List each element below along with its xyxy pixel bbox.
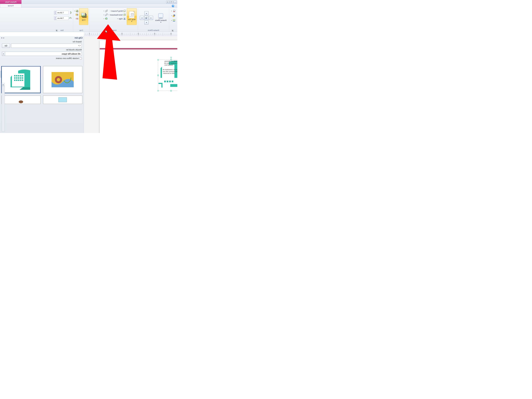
svg-point-23 <box>105 12 106 12</box>
group-size: ▴▾ ▴▾ Size <box>47 8 73 32</box>
svg-rect-61 <box>18 80 19 81</box>
shadow-toggle-icon <box>145 17 148 19</box>
size-dialog-launcher[interactable] <box>56 30 58 31</box>
rotate-button[interactable]: ▾ <box>104 17 108 20</box>
clipart-result-building[interactable] <box>1 66 41 93</box>
pencil-line-icon <box>173 10 175 12</box>
height-spin-down[interactable]: ▾ <box>54 13 56 14</box>
ribbon: ▾ ▾ ▾ Shadow Effects▾ ▴ ◂ ▸ ▾ Shadow Eff… <box>0 8 177 32</box>
crop-button[interactable]: Crop <box>79 8 88 25</box>
svg-rect-16 <box>124 14 125 16</box>
crop-aspect-button[interactable] <box>74 13 78 17</box>
svg-rect-18 <box>124 18 125 19</box>
picture-border-button[interactable]: ▾ <box>170 9 175 13</box>
results-should-be-label: Results should be: <box>2 49 82 51</box>
shadow-effects-button[interactable]: Shadow Effects▾ <box>154 12 168 24</box>
thumb3-icon <box>54 96 71 103</box>
horizontal-ruler[interactable]: 6810121416 <box>84 32 177 36</box>
combo-dropdown-icon[interactable]: ▾ <box>2 52 5 56</box>
pane-menu-icon[interactable]: ▾ <box>3 37 4 39</box>
close-button[interactable]: ✕ <box>166 1 170 3</box>
svg-point-28 <box>105 16 106 16</box>
crop-label: Crop <box>82 19 85 21</box>
height-input[interactable]: ▴▾ <box>54 11 69 14</box>
document-area[interactable]: List briefly, but effectively, products … <box>84 36 177 133</box>
restore-button[interactable]: ❐ <box>170 1 173 3</box>
svg-rect-57 <box>16 77 18 79</box>
crop-shape-button[interactable]: ▾ <box>74 9 78 13</box>
shapes-icon <box>173 14 175 17</box>
clipart-results <box>0 66 84 124</box>
minimize-button[interactable]: ― <box>173 1 177 3</box>
crop-fit-button[interactable] <box>74 17 78 20</box>
svg-rect-5 <box>158 13 163 18</box>
bring-forward-label: Bring Forward <box>111 10 123 12</box>
group-label-shadow: Shadow Effects <box>139 29 168 32</box>
send-backward-button[interactable]: Send Backward▾ <box>109 13 126 17</box>
clipart-result-stethoscope[interactable] <box>43 66 82 93</box>
svg-rect-14 <box>124 10 126 12</box>
shadow-nudge-left[interactable]: ◂ <box>149 16 153 20</box>
clipart-result-3[interactable] <box>43 95 82 104</box>
include-office-row[interactable]: Include Office.com content <box>2 57 82 59</box>
media-type-combo[interactable]: All media file types ▾ <box>2 52 82 56</box>
resize-handle-s[interactable] <box>171 90 172 91</box>
shadow-nudge-right[interactable]: ▸ <box>140 16 144 20</box>
page-accent-bar <box>100 48 177 50</box>
ungroup-button[interactable]: ▾ <box>104 13 108 17</box>
ribbon-collapse-icon[interactable]: ︿ <box>175 5 177 7</box>
svg-rect-41 <box>169 81 171 82</box>
svg-rect-52 <box>16 75 18 76</box>
group-label-crop: Crop <box>74 29 88 32</box>
width-value[interactable] <box>57 17 69 19</box>
tab-format[interactable]: Format <box>0 4 21 8</box>
svg-rect-35 <box>76 18 78 19</box>
search-input[interactable] <box>11 44 82 48</box>
width-spin-up[interactable]: ▴ <box>54 17 56 18</box>
svg-point-46 <box>57 78 60 81</box>
picture-effects-button[interactable]: ▾ <box>170 14 175 18</box>
shadow-nudge-down[interactable]: ▾ <box>144 20 149 25</box>
svg-rect-54 <box>22 77 23 79</box>
scroll-up-button[interactable]: ▴ <box>2 83 5 86</box>
width-spin-down[interactable]: ▾ <box>54 18 56 20</box>
svg-point-31 <box>84 13 85 15</box>
media-type-value: All media file types <box>5 53 82 55</box>
picture-caption-button[interactable]: ▾ <box>170 19 175 22</box>
height-value[interactable] <box>57 12 69 14</box>
group-label-size: Size <box>60 29 63 31</box>
svg-point-26 <box>107 14 108 14</box>
svg-rect-43 <box>164 81 166 82</box>
results-scrollbar[interactable]: ▴ <box>2 83 5 132</box>
height-spin-up[interactable]: ▴ <box>54 11 56 13</box>
svg-rect-50 <box>20 75 21 76</box>
shadow-nudge-up[interactable]: ▴ <box>144 11 149 15</box>
include-office-checkbox[interactable] <box>80 57 82 59</box>
include-office-label: Include Office.com content <box>56 57 79 59</box>
svg-rect-62 <box>16 80 18 81</box>
crop-shape-icon <box>76 10 78 12</box>
group-objects-button[interactable]: ▾ <box>104 9 108 13</box>
width-input[interactable]: ▴▾ <box>54 16 69 20</box>
wrap-text-button[interactable]: Wrap Text▾ <box>127 8 137 25</box>
search-for-label: Search for: <box>2 41 82 43</box>
crop-icon <box>80 12 87 19</box>
dialog-launcher-icon[interactable] <box>172 30 174 31</box>
go-button[interactable]: Go <box>2 44 10 48</box>
svg-rect-32 <box>76 10 78 12</box>
resize-handle-ne[interactable] <box>157 59 159 61</box>
align-icon <box>123 17 126 20</box>
pane-close-icon[interactable]: ✕ <box>1 37 2 39</box>
building-thumb-icon <box>9 68 33 91</box>
shadow-toggle[interactable] <box>144 16 149 20</box>
stethoscope-thumb-icon <box>52 72 74 87</box>
align-button[interactable]: Align▾ <box>109 17 126 20</box>
resize-handle-e[interactable] <box>157 75 159 76</box>
bring-forward-button[interactable]: Bring Forward▾ <box>109 9 126 13</box>
clipart-result-4[interactable] <box>1 95 41 104</box>
rotate-handle[interactable] <box>171 57 172 58</box>
resize-handle-se[interactable] <box>157 90 159 91</box>
wrap-text-label: Wrap Text <box>128 19 135 20</box>
thumb4-icon <box>13 96 29 103</box>
help-icon[interactable]: ? <box>172 5 174 7</box>
